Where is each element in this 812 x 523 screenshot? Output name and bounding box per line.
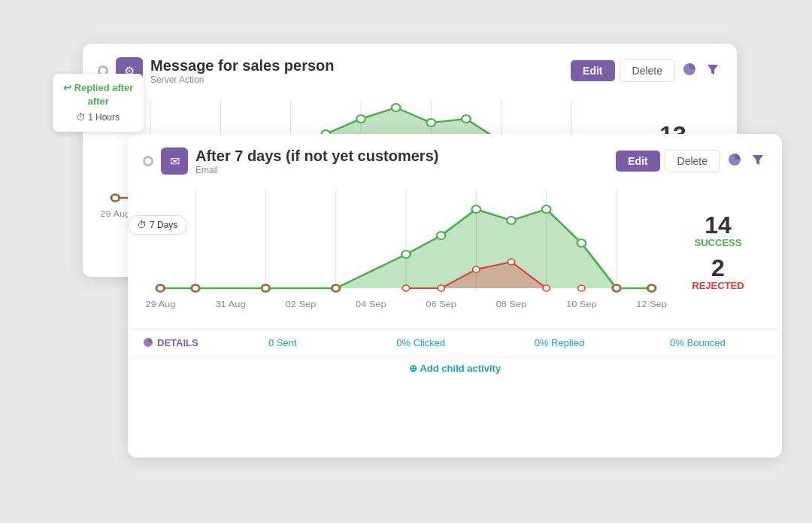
svg-text:12 Sep: 12 Sep <box>636 299 667 309</box>
card-2-chart-container: 29 Aug 31 Aug 02 Sep 04 Sep 06 Sep 08 Se… <box>128 183 782 329</box>
svg-point-75 <box>613 285 620 291</box>
card-2-chart: 29 Aug 31 Aug 02 Sep 04 Sep 06 Sep 08 Se… <box>143 183 669 321</box>
svg-point-72 <box>508 259 514 265</box>
svg-point-66 <box>192 285 198 291</box>
card-2-rejected-block: 2 REJECTED <box>692 256 744 291</box>
card-2-title-section: After 7 days (if not yet customers) Emai… <box>195 147 608 175</box>
svg-point-14 <box>356 115 365 123</box>
svg-text:10 Sep: 10 Sep <box>566 299 597 309</box>
svg-point-58 <box>437 232 446 239</box>
replied-stat[interactable]: 0% Replied <box>490 337 629 348</box>
card-2-header: ✉ After 7 days (if not yet customers) Em… <box>128 134 782 183</box>
details-bar: DETAILS 0 Sent 0% Clicked 0% Replied 0% … <box>128 329 782 356</box>
card-2-title: After 7 days (if not yet customers) <box>195 147 608 165</box>
svg-point-65 <box>157 285 164 291</box>
svg-point-67 <box>262 285 269 291</box>
svg-point-57 <box>401 251 411 258</box>
svg-point-74 <box>578 285 585 291</box>
clock-icon-days: ⏱ <box>138 220 147 230</box>
svg-point-73 <box>543 285 550 291</box>
email-action-icon: ✉ <box>161 147 188 175</box>
connector-dot-2 <box>143 156 153 166</box>
reply-time-value: 1 <box>88 111 93 124</box>
svg-text:29 Aug: 29 Aug <box>145 299 175 309</box>
svg-point-22 <box>112 195 119 201</box>
sent-stat[interactable]: 0 Sent <box>214 337 352 348</box>
clicked-stat[interactable]: 0% Clicked <box>352 337 490 348</box>
svg-text:31 Aug: 31 Aug <box>216 299 246 309</box>
reply-arrow-icon: ↩ <box>63 82 71 93</box>
days-text: 7 Days <box>150 220 177 230</box>
card-2-rejected-count: 2 <box>692 256 744 280</box>
card-2-subtitle: Email <box>195 165 608 175</box>
card-1-title: Message for sales person <box>150 57 563 74</box>
svg-point-71 <box>473 266 480 272</box>
reply-hours-label: Hours <box>95 111 120 124</box>
pie-chart-icon-2 <box>728 153 741 166</box>
card-2-success-count: 14 <box>695 213 742 237</box>
card-2-success-label: SUCCESS <box>695 237 742 248</box>
card-1-title-section: Message for sales person Server Action <box>150 57 563 85</box>
svg-point-70 <box>438 285 444 291</box>
svg-marker-43 <box>753 155 763 165</box>
card-2-delete-button[interactable]: Delete <box>665 150 720 172</box>
card-2-success-block: 14 SUCCESS <box>695 213 742 248</box>
reply-text-line2: after <box>63 95 133 108</box>
card-2-edit-button[interactable]: Edit <box>616 151 659 172</box>
add-child-icon: ⊕ <box>409 363 417 374</box>
svg-point-61 <box>542 205 551 213</box>
card-2-pie-chart-button[interactable] <box>725 150 744 172</box>
reply-text-line1: ↩ Replied after <box>63 81 133 95</box>
svg-text:02 Sep: 02 Sep <box>286 299 317 309</box>
clock-icon: ⏱ <box>77 111 86 124</box>
svg-point-15 <box>392 104 401 111</box>
bounced-stat[interactable]: 0% Bounced <box>629 337 767 348</box>
svg-text:08 Sep: 08 Sep <box>496 299 527 309</box>
card-1-filter-button[interactable] <box>704 60 722 81</box>
details-pie-icon <box>143 337 153 348</box>
reply-label: ↩ Replied after after ⏱ 1 Hours <box>53 74 144 132</box>
card-1-subtitle: Server Action <box>150 74 563 85</box>
svg-point-17 <box>462 115 471 123</box>
card-1-header: ⚙ Message for sales person Server Action… <box>83 44 737 93</box>
card-1-pie-chart-button[interactable] <box>680 59 699 82</box>
card-1-delete-button[interactable]: Delete <box>620 59 675 82</box>
filter-icon-2 <box>752 154 764 166</box>
svg-point-62 <box>577 239 586 247</box>
svg-point-60 <box>507 217 516 224</box>
svg-point-69 <box>402 285 409 291</box>
pie-chart-icon <box>683 62 696 76</box>
svg-text:04 Sep: 04 Sep <box>356 299 386 309</box>
card-2: ✉ After 7 days (if not yet customers) Em… <box>128 134 782 458</box>
days-label: ⏱ 7 Days <box>128 215 187 235</box>
details-button[interactable]: DETAILS <box>143 337 198 348</box>
svg-point-59 <box>472 205 481 213</box>
card-1-edit-button[interactable]: Edit <box>571 60 614 81</box>
add-child-bar[interactable]: ⊕ Add child activity <box>128 356 782 380</box>
card-2-rejected-label: REJECTED <box>692 280 744 291</box>
details-label: DETAILS <box>157 337 198 348</box>
card-2-actions: Edit Delete <box>616 150 767 172</box>
card-2-filter-button[interactable] <box>749 151 767 172</box>
svg-marker-0 <box>707 65 718 74</box>
svg-point-68 <box>332 285 339 291</box>
svg-text:06 Sep: 06 Sep <box>426 299 456 309</box>
card-1-actions: Edit Delete <box>571 59 722 82</box>
card-2-stats: 14 SUCCESS 2 REJECTED <box>669 183 767 321</box>
svg-point-76 <box>648 285 655 291</box>
svg-text:29 Aug: 29 Aug <box>100 208 130 218</box>
add-child-label: Add child activity <box>420 363 501 374</box>
filter-icon <box>707 63 719 75</box>
svg-point-16 <box>427 119 436 126</box>
reply-time: ⏱ 1 Hours <box>63 111 133 124</box>
